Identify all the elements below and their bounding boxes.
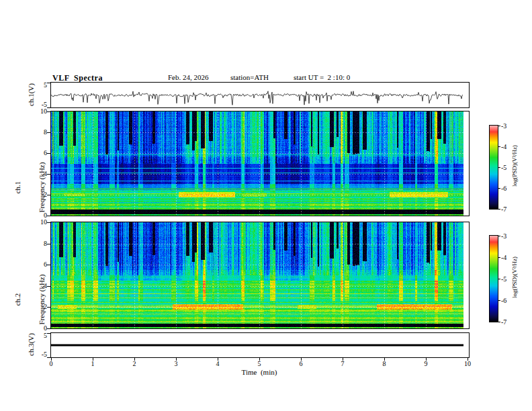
ch2-frequency-axis-label-line1: ch.2 [13, 249, 21, 350]
time-tick-mark [259, 358, 260, 361]
ch1-waveform-panel [50, 82, 470, 108]
time-tick-mark [134, 358, 135, 361]
colorbar-tick-mark [498, 322, 500, 322]
freq-tick-label: 10 [30, 107, 47, 115]
volt-tick-label: 5 [30, 81, 47, 89]
freq-tick-label: 2 [30, 191, 47, 198]
time-tick-label: 3 [169, 360, 183, 367]
ch3-waveform-canvas [51, 333, 469, 357]
colorbar-tick-mark [498, 236, 500, 236]
freq-tick-mark [47, 328, 50, 329]
freq-tick-mark [47, 286, 50, 287]
freq-tick-label: 4 [30, 170, 47, 177]
freq-tick-label: 4 [30, 282, 47, 289]
time-tick-mark [426, 358, 427, 361]
colorbar-tick-mark [498, 167, 500, 168]
colorbar-tick-label: -5 [501, 164, 506, 171]
volt-tick-label: -5 [30, 101, 47, 108]
ch1-colorbar [489, 125, 498, 210]
colorbar-tick-mark [498, 279, 500, 279]
volt-tick-mark [47, 357, 50, 358]
colorbar-tick-mark [498, 146, 500, 147]
volt-tick-label: -5 [30, 351, 47, 358]
time-tick-label: 8 [378, 360, 391, 367]
volt-tick-mark [47, 83, 50, 83]
ch3-waveform-panel [50, 332, 470, 358]
ch1-waveform-canvas [51, 83, 469, 107]
time-tick-mark [343, 358, 343, 361]
freq-tick-mark [47, 195, 50, 195]
freq-tick-label: 10 [30, 218, 47, 226]
colorbar-tick-label: -3 [501, 122, 506, 130]
colorbar-tick-mark [498, 188, 500, 189]
colorbar-tick-label: -7 [501, 318, 506, 326]
freq-tick-mark [47, 216, 50, 216]
freq-tick-mark [47, 174, 50, 175]
freq-tick-mark [47, 153, 50, 154]
ch1-colorbar-label: log(PSD)(V²/Hz) [511, 132, 518, 199]
ch2-spectrogram-canvas [51, 222, 469, 328]
time-tick-mark [384, 358, 385, 361]
ch1-frequency-axis-label-line1: ch.1 [13, 137, 21, 238]
station-label: station=ATH [230, 73, 269, 81]
time-tick-label: 5 [253, 360, 266, 367]
time-tick-mark [468, 358, 468, 361]
ch1-colorbar-gradient [490, 126, 498, 209]
freq-tick-label: 6 [30, 149, 47, 156]
freq-tick-label: 0 [30, 324, 47, 332]
ch1-spectrogram-canvas [51, 111, 469, 216]
freq-tick-label: 8 [30, 240, 47, 247]
volt-tick-mark [47, 333, 50, 334]
colorbar-tick-mark [498, 209, 500, 210]
colorbar-tick-label: -6 [501, 297, 506, 304]
ch2-colorbar [489, 235, 498, 322]
vlf-spectra-figure: VLF Spectra Feb. 24, 2026 station=ATH st… [0, 0, 532, 411]
freq-tick-mark [47, 111, 50, 112]
ch1-spectrogram-panel [50, 111, 470, 216]
freq-tick-mark [47, 132, 50, 133]
start-ut-label: start UT = 2 :10: 0 [294, 73, 350, 81]
time-axis-label: Time (min) [50, 368, 468, 376]
freq-tick-mark [47, 222, 50, 223]
time-tick-mark [301, 358, 302, 361]
colorbar-tick-mark [498, 126, 500, 126]
ch2-spectrogram-panel [50, 222, 470, 329]
freq-tick-label: 2 [30, 303, 47, 310]
time-tick-mark [51, 358, 52, 361]
colorbar-tick-label: -7 [501, 205, 506, 213]
time-tick-label: 2 [128, 360, 141, 367]
colorbar-tick-label: -5 [501, 275, 506, 283]
colorbar-tick-label: -4 [501, 254, 506, 261]
colorbar-tick-label: -6 [501, 185, 506, 192]
time-tick-label: 9 [419, 360, 433, 367]
time-tick-label: 1 [86, 360, 99, 367]
freq-tick-mark [47, 265, 50, 265]
time-tick-label: 4 [211, 360, 224, 367]
colorbar-tick-label: -3 [501, 232, 506, 240]
freq-tick-label: 6 [30, 261, 47, 268]
time-tick-mark [218, 358, 218, 361]
time-tick-mark [176, 358, 177, 361]
colorbar-tick-label: -4 [501, 143, 506, 150]
colorbar-tick-mark [498, 257, 500, 258]
volt-tick-mark [47, 107, 50, 108]
time-tick-label: 6 [294, 360, 308, 367]
freq-tick-mark [47, 307, 50, 308]
figure-date: Feb. 24, 2026 [168, 73, 209, 81]
freq-tick-mark [47, 244, 50, 244]
volt-tick-label: 5 [30, 332, 47, 339]
time-tick-label: 10 [461, 360, 474, 367]
freq-tick-label: 8 [30, 128, 47, 136]
time-tick-label: 7 [336, 360, 349, 367]
ch2-colorbar-label: log(PSD)(V²/Hz) [511, 244, 518, 311]
time-tick-mark [93, 358, 93, 361]
time-tick-label: 0 [44, 360, 58, 367]
ch2-colorbar-gradient [490, 236, 498, 322]
colorbar-tick-mark [498, 300, 500, 301]
